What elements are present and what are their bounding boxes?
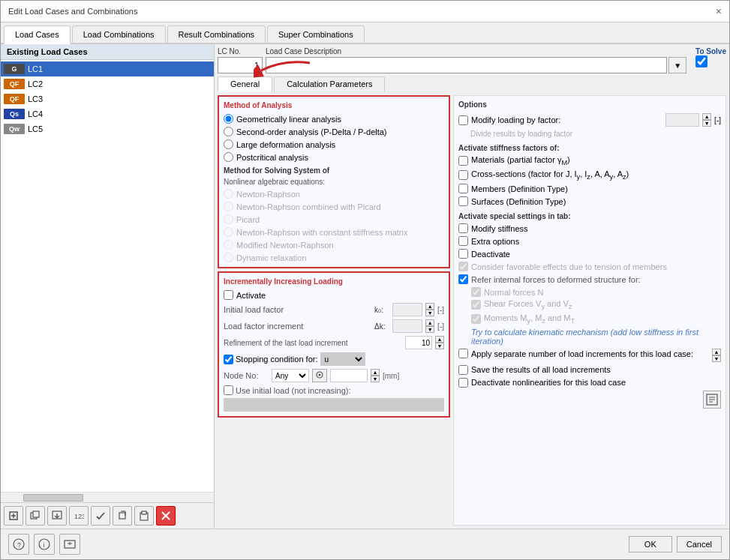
duplicate-button[interactable] bbox=[26, 506, 45, 526]
delete-button[interactable] bbox=[156, 506, 176, 526]
spin-up[interactable]: ▲ bbox=[425, 319, 434, 326]
list-item[interactable]: QF LC3 bbox=[1, 91, 214, 106]
radio-nr-picard[interactable]: Newton-Raphson combined with Picard bbox=[224, 202, 444, 211]
svg-rect-4 bbox=[33, 511, 39, 517]
stopping-check-label[interactable]: Stopping condition for: bbox=[224, 355, 317, 364]
refer-section: Refer internal forces to deformed struct… bbox=[458, 274, 721, 324]
radio-dynamic-relaxation[interactable]: Dynamic relaxation bbox=[224, 253, 444, 262]
new-lc-button[interactable] bbox=[4, 506, 23, 526]
deactivate-row: Deactivate bbox=[458, 249, 721, 259]
tab-result-combinations[interactable]: Result Combinations bbox=[167, 25, 266, 43]
radio-picard[interactable]: Picard bbox=[224, 214, 444, 224]
node-no-label: Node No: bbox=[224, 371, 269, 380]
spin-up[interactable]: ▲ bbox=[425, 303, 434, 310]
lc-no-input[interactable] bbox=[218, 57, 263, 73]
surfaces-checkbox[interactable] bbox=[458, 196, 468, 206]
spin-down[interactable]: ▼ bbox=[425, 310, 434, 316]
list-item[interactable]: G LC1 bbox=[1, 61, 214, 76]
tab-calculation-parameters[interactable]: Calculation Parameters bbox=[274, 76, 385, 92]
list-item[interactable]: Qs LC4 bbox=[1, 106, 214, 121]
materials-checkbox[interactable] bbox=[458, 156, 468, 166]
apply-separate-checkbox[interactable] bbox=[458, 349, 468, 358]
save-results-checkbox[interactable] bbox=[458, 365, 468, 375]
radio-input[interactable] bbox=[224, 114, 233, 124]
lc-no-label: LC No. bbox=[218, 47, 263, 55]
surfaces-label: Surfaces (Definition Type) bbox=[471, 197, 721, 206]
tab-general[interactable]: General bbox=[218, 76, 272, 92]
cross-sections-checkbox[interactable] bbox=[458, 170, 468, 180]
radio-geometrically-linear[interactable]: Geometrically linear analysis bbox=[224, 114, 444, 124]
spin-down[interactable]: ▼ bbox=[712, 355, 721, 362]
refinement-input[interactable] bbox=[405, 336, 432, 349]
tab-super-combinations[interactable]: Super Combinations bbox=[267, 25, 365, 43]
spin-up[interactable]: ▲ bbox=[435, 336, 444, 343]
spin-down[interactable]: ▼ bbox=[435, 343, 444, 349]
desc-dropdown-button[interactable]: ▼ bbox=[668, 57, 686, 73]
import-button[interactable] bbox=[47, 506, 67, 526]
renumber-button[interactable]: 123 bbox=[69, 506, 89, 526]
members-checkbox[interactable] bbox=[458, 184, 468, 193]
deactivate-label: Deactivate bbox=[471, 250, 721, 259]
spin-down[interactable]: ▼ bbox=[702, 120, 711, 127]
check-button[interactable] bbox=[91, 506, 110, 526]
spin-up[interactable]: ▲ bbox=[371, 369, 380, 376]
modify-loading-checkbox[interactable] bbox=[458, 115, 468, 125]
use-initial-checkbox[interactable] bbox=[224, 385, 233, 395]
mm-label: [mm] bbox=[383, 372, 399, 380]
radio-modified-nr[interactable]: Modified Newton-Raphson bbox=[224, 240, 444, 250]
spin-up[interactable]: ▲ bbox=[702, 113, 711, 120]
tab-load-cases[interactable]: Load Cases bbox=[4, 25, 71, 44]
stopping-checkbox[interactable] bbox=[224, 355, 233, 364]
export-button[interactable] bbox=[59, 534, 80, 555]
modify-loading-input[interactable] bbox=[665, 113, 699, 127]
ok-button[interactable]: OK bbox=[629, 536, 672, 553]
svg-rect-8 bbox=[119, 513, 125, 519]
node-pick-button[interactable] bbox=[312, 369, 327, 382]
node-any-select[interactable]: Any bbox=[272, 369, 309, 382]
radio-label: Picard bbox=[236, 215, 260, 224]
list-item[interactable]: QF LC2 bbox=[1, 76, 214, 91]
incrementally-section: Incrementally Increasing Loading Activat… bbox=[218, 271, 450, 418]
deactivate-nonlin-checkbox[interactable] bbox=[458, 378, 468, 388]
radio-newton-raphson[interactable]: Newton-Raphson bbox=[224, 189, 444, 199]
radio-input[interactable] bbox=[224, 139, 233, 149]
deactivate-checkbox[interactable] bbox=[458, 249, 468, 259]
to-solve-checkbox[interactable] bbox=[695, 55, 707, 67]
radio-second-order[interactable]: Second-order analysis (P-Delta / P-delta… bbox=[224, 127, 444, 136]
scrollbar-thumb[interactable] bbox=[23, 494, 83, 502]
radio-input[interactable] bbox=[224, 152, 233, 162]
load-factor-input[interactable] bbox=[392, 319, 422, 333]
radio-large-deformation[interactable]: Large deformation analysis bbox=[224, 139, 444, 149]
node-value-input[interactable] bbox=[330, 369, 368, 382]
stopping-select[interactable]: u bbox=[320, 352, 365, 366]
list-scrollbar[interactable] bbox=[1, 492, 214, 502]
initial-load-input[interactable] bbox=[392, 303, 422, 316]
moments-row: Moments My, Mz and MT bbox=[458, 313, 721, 325]
paste-button[interactable] bbox=[134, 506, 154, 526]
modify-stiffness-checkbox[interactable] bbox=[458, 223, 468, 233]
tab-load-combinations[interactable]: Load Combinations bbox=[72, 25, 166, 43]
cancel-button[interactable]: Cancel bbox=[677, 536, 722, 553]
content-area: Method of Analysis Geometrically linear … bbox=[218, 95, 726, 526]
close-button[interactable]: × bbox=[716, 5, 722, 17]
radio-input[interactable] bbox=[224, 127, 233, 136]
radio-input bbox=[224, 240, 233, 250]
activate-checkbox[interactable] bbox=[224, 290, 233, 300]
radio-postcritical[interactable]: Postcritical analysis bbox=[224, 152, 444, 162]
main-tab-bar: Load Cases Load Combinations Result Comb… bbox=[1, 22, 729, 44]
info-button[interactable]: i bbox=[34, 534, 55, 555]
extra-options-checkbox[interactable] bbox=[458, 236, 468, 246]
right-panel: LC No. Load Case Description ▼ To Solve bbox=[215, 44, 729, 529]
spin-down[interactable]: ▼ bbox=[425, 326, 434, 333]
members-row: Members (Definition Type) bbox=[458, 184, 721, 193]
radio-input bbox=[224, 227, 233, 237]
radio-nr-constant[interactable]: Newton-Raphson with constant stiffness m… bbox=[224, 227, 444, 237]
spin-up[interactable]: ▲ bbox=[712, 349, 721, 355]
help-button[interactable]: ? bbox=[8, 534, 29, 555]
refer-checkbox[interactable] bbox=[458, 274, 468, 284]
list-item[interactable]: Qw LC5 bbox=[1, 121, 214, 136]
spin-down[interactable]: ▼ bbox=[371, 376, 380, 382]
options-detail-button[interactable] bbox=[703, 391, 721, 409]
lc-desc-input[interactable] bbox=[266, 57, 667, 73]
copy-button[interactable] bbox=[113, 506, 132, 526]
